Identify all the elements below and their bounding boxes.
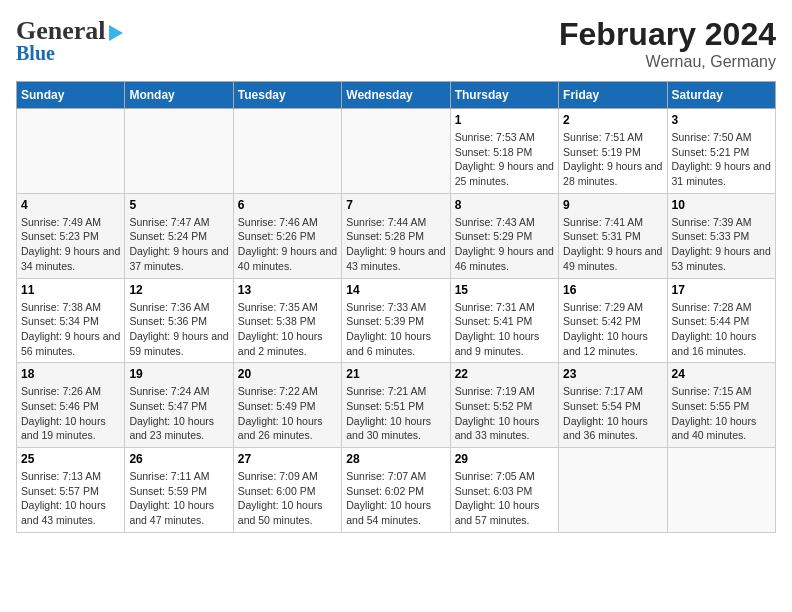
day-number: 12 <box>129 283 228 297</box>
day-header-saturday: Saturday <box>667 82 775 109</box>
day-header-wednesday: Wednesday <box>342 82 450 109</box>
day-number: 22 <box>455 367 554 381</box>
day-info: Sunrise: 7:26 AMSunset: 5:46 PMDaylight:… <box>21 384 120 443</box>
day-info: Sunrise: 7:24 AMSunset: 5:47 PMDaylight:… <box>129 384 228 443</box>
day-number: 29 <box>455 452 554 466</box>
calendar-cell <box>17 109 125 194</box>
day-number: 14 <box>346 283 445 297</box>
day-number: 6 <box>238 198 337 212</box>
page-title: February 2024 <box>559 16 776 53</box>
day-number: 13 <box>238 283 337 297</box>
calendar-cell: 13Sunrise: 7:35 AMSunset: 5:38 PMDayligh… <box>233 278 341 363</box>
day-info: Sunrise: 7:31 AMSunset: 5:41 PMDaylight:… <box>455 300 554 359</box>
day-info: Sunrise: 7:46 AMSunset: 5:26 PMDaylight:… <box>238 215 337 274</box>
calendar-cell: 21Sunrise: 7:21 AMSunset: 5:51 PMDayligh… <box>342 363 450 448</box>
calendar-cell <box>125 109 233 194</box>
calendar-cell: 20Sunrise: 7:22 AMSunset: 5:49 PMDayligh… <box>233 363 341 448</box>
calendar-cell: 12Sunrise: 7:36 AMSunset: 5:36 PMDayligh… <box>125 278 233 363</box>
calendar-week-3: 11Sunrise: 7:38 AMSunset: 5:34 PMDayligh… <box>17 278 776 363</box>
calendar-cell: 8Sunrise: 7:43 AMSunset: 5:29 PMDaylight… <box>450 193 558 278</box>
calendar-cell: 6Sunrise: 7:46 AMSunset: 5:26 PMDaylight… <box>233 193 341 278</box>
day-header-sunday: Sunday <box>17 82 125 109</box>
calendar-table: SundayMondayTuesdayWednesdayThursdayFrid… <box>16 81 776 533</box>
calendar-cell: 15Sunrise: 7:31 AMSunset: 5:41 PMDayligh… <box>450 278 558 363</box>
calendar-cell: 26Sunrise: 7:11 AMSunset: 5:59 PMDayligh… <box>125 448 233 533</box>
day-header-thursday: Thursday <box>450 82 558 109</box>
calendar-cell: 28Sunrise: 7:07 AMSunset: 6:02 PMDayligh… <box>342 448 450 533</box>
day-info: Sunrise: 7:39 AMSunset: 5:33 PMDaylight:… <box>672 215 771 274</box>
day-header-friday: Friday <box>559 82 667 109</box>
day-number: 11 <box>21 283 120 297</box>
calendar-cell: 9Sunrise: 7:41 AMSunset: 5:31 PMDaylight… <box>559 193 667 278</box>
calendar-cell <box>233 109 341 194</box>
calendar-cell <box>667 448 775 533</box>
calendar-cell: 3Sunrise: 7:50 AMSunset: 5:21 PMDaylight… <box>667 109 775 194</box>
calendar-cell: 1Sunrise: 7:53 AMSunset: 5:18 PMDaylight… <box>450 109 558 194</box>
day-info: Sunrise: 7:09 AMSunset: 6:00 PMDaylight:… <box>238 469 337 528</box>
logo: General Blue <box>16 16 123 65</box>
day-info: Sunrise: 7:49 AMSunset: 5:23 PMDaylight:… <box>21 215 120 274</box>
day-header-tuesday: Tuesday <box>233 82 341 109</box>
day-info: Sunrise: 7:36 AMSunset: 5:36 PMDaylight:… <box>129 300 228 359</box>
calendar-cell: 5Sunrise: 7:47 AMSunset: 5:24 PMDaylight… <box>125 193 233 278</box>
calendar-cell <box>559 448 667 533</box>
calendar-cell: 4Sunrise: 7:49 AMSunset: 5:23 PMDaylight… <box>17 193 125 278</box>
calendar-cell: 19Sunrise: 7:24 AMSunset: 5:47 PMDayligh… <box>125 363 233 448</box>
calendar-cell: 22Sunrise: 7:19 AMSunset: 5:52 PMDayligh… <box>450 363 558 448</box>
calendar-cell: 25Sunrise: 7:13 AMSunset: 5:57 PMDayligh… <box>17 448 125 533</box>
day-info: Sunrise: 7:38 AMSunset: 5:34 PMDaylight:… <box>21 300 120 359</box>
page-header: General Blue February 2024 Wernau, Germa… <box>16 16 776 71</box>
day-number: 5 <box>129 198 228 212</box>
day-number: 17 <box>672 283 771 297</box>
day-info: Sunrise: 7:47 AMSunset: 5:24 PMDaylight:… <box>129 215 228 274</box>
day-number: 4 <box>21 198 120 212</box>
day-info: Sunrise: 7:29 AMSunset: 5:42 PMDaylight:… <box>563 300 662 359</box>
day-number: 9 <box>563 198 662 212</box>
day-number: 21 <box>346 367 445 381</box>
day-info: Sunrise: 7:35 AMSunset: 5:38 PMDaylight:… <box>238 300 337 359</box>
calendar-cell: 7Sunrise: 7:44 AMSunset: 5:28 PMDaylight… <box>342 193 450 278</box>
day-info: Sunrise: 7:53 AMSunset: 5:18 PMDaylight:… <box>455 130 554 189</box>
day-number: 25 <box>21 452 120 466</box>
calendar-week-5: 25Sunrise: 7:13 AMSunset: 5:57 PMDayligh… <box>17 448 776 533</box>
day-info: Sunrise: 7:28 AMSunset: 5:44 PMDaylight:… <box>672 300 771 359</box>
calendar-cell: 11Sunrise: 7:38 AMSunset: 5:34 PMDayligh… <box>17 278 125 363</box>
day-info: Sunrise: 7:11 AMSunset: 5:59 PMDaylight:… <box>129 469 228 528</box>
day-info: Sunrise: 7:15 AMSunset: 5:55 PMDaylight:… <box>672 384 771 443</box>
day-info: Sunrise: 7:33 AMSunset: 5:39 PMDaylight:… <box>346 300 445 359</box>
day-number: 7 <box>346 198 445 212</box>
day-info: Sunrise: 7:21 AMSunset: 5:51 PMDaylight:… <box>346 384 445 443</box>
day-info: Sunrise: 7:44 AMSunset: 5:28 PMDaylight:… <box>346 215 445 274</box>
calendar-week-4: 18Sunrise: 7:26 AMSunset: 5:46 PMDayligh… <box>17 363 776 448</box>
day-info: Sunrise: 7:13 AMSunset: 5:57 PMDaylight:… <box>21 469 120 528</box>
day-number: 3 <box>672 113 771 127</box>
day-info: Sunrise: 7:07 AMSunset: 6:02 PMDaylight:… <box>346 469 445 528</box>
day-number: 27 <box>238 452 337 466</box>
calendar-cell: 16Sunrise: 7:29 AMSunset: 5:42 PMDayligh… <box>559 278 667 363</box>
calendar-cell: 2Sunrise: 7:51 AMSunset: 5:19 PMDaylight… <box>559 109 667 194</box>
day-number: 23 <box>563 367 662 381</box>
day-number: 1 <box>455 113 554 127</box>
calendar-cell: 24Sunrise: 7:15 AMSunset: 5:55 PMDayligh… <box>667 363 775 448</box>
day-number: 24 <box>672 367 771 381</box>
calendar-cell <box>342 109 450 194</box>
day-info: Sunrise: 7:05 AMSunset: 6:03 PMDaylight:… <box>455 469 554 528</box>
day-number: 2 <box>563 113 662 127</box>
calendar-cell: 18Sunrise: 7:26 AMSunset: 5:46 PMDayligh… <box>17 363 125 448</box>
calendar-cell: 14Sunrise: 7:33 AMSunset: 5:39 PMDayligh… <box>342 278 450 363</box>
day-number: 8 <box>455 198 554 212</box>
calendar-header-row: SundayMondayTuesdayWednesdayThursdayFrid… <box>17 82 776 109</box>
calendar-cell: 29Sunrise: 7:05 AMSunset: 6:03 PMDayligh… <box>450 448 558 533</box>
day-number: 18 <box>21 367 120 381</box>
day-number: 10 <box>672 198 771 212</box>
day-info: Sunrise: 7:51 AMSunset: 5:19 PMDaylight:… <box>563 130 662 189</box>
calendar-cell: 27Sunrise: 7:09 AMSunset: 6:00 PMDayligh… <box>233 448 341 533</box>
day-info: Sunrise: 7:41 AMSunset: 5:31 PMDaylight:… <box>563 215 662 274</box>
calendar-cell: 23Sunrise: 7:17 AMSunset: 5:54 PMDayligh… <box>559 363 667 448</box>
day-info: Sunrise: 7:43 AMSunset: 5:29 PMDaylight:… <box>455 215 554 274</box>
logo-blue: Blue <box>16 42 55 65</box>
day-number: 26 <box>129 452 228 466</box>
calendar-week-2: 4Sunrise: 7:49 AMSunset: 5:23 PMDaylight… <box>17 193 776 278</box>
day-number: 15 <box>455 283 554 297</box>
calendar-cell: 10Sunrise: 7:39 AMSunset: 5:33 PMDayligh… <box>667 193 775 278</box>
